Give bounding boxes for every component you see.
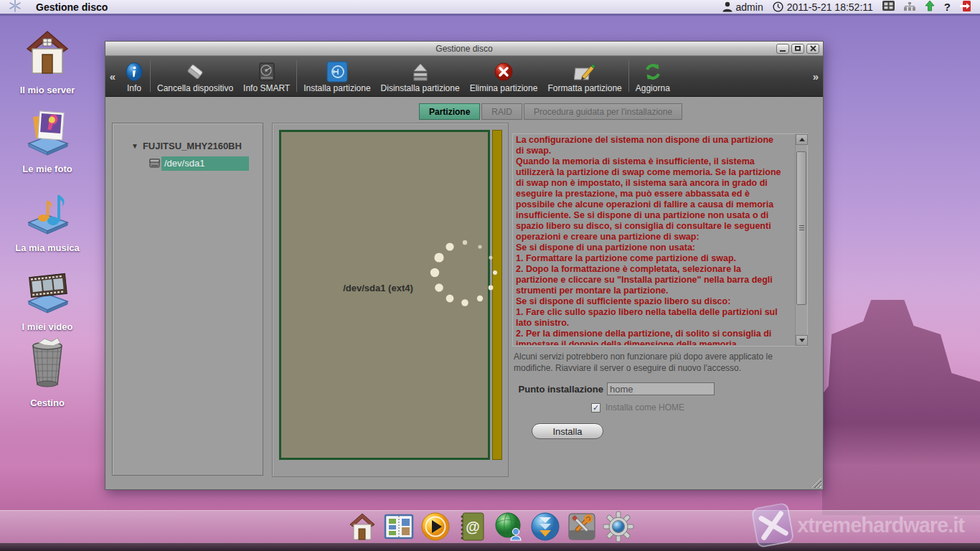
- tab-install-wizard[interactable]: Procedura guidata per l'installazione: [524, 103, 682, 120]
- toolbar-separator: [628, 60, 629, 92]
- smart-disk-icon: [258, 60, 276, 83]
- partition-block[interactable]: [279, 130, 490, 460]
- system-topbar: Gestione disco admin 2011-5-21 18:52:11 …: [0, 0, 980, 16]
- datetime-text: 2011-5-21 18:52:11: [787, 1, 873, 13]
- toolbar-separator: [296, 60, 297, 92]
- partition-detail-panel: La configurazione del sistema non dispon…: [512, 133, 809, 486]
- music-icon: [23, 185, 72, 237]
- watermark-text: xtremehardware.it: [797, 514, 964, 537]
- desktop-icon-my-videos[interactable]: I miei video: [7, 264, 88, 332]
- toolbar-expand-icon[interactable]: »: [809, 56, 823, 96]
- scroll-up-button[interactable]: [796, 134, 808, 145]
- view-grid-icon[interactable]: [882, 1, 895, 13]
- swap-warning-box: La configurazione del sistema non dispon…: [512, 133, 808, 347]
- device-name: FUJITSU_MHY2160BH: [143, 141, 242, 151]
- desktop-icon-label: Le mie foto: [7, 164, 88, 174]
- toolbar-erase-device[interactable]: Cancella dispositivo: [152, 56, 238, 96]
- mount-point-label: Punto installazione: [512, 384, 603, 395]
- partition-block-label: /dev/sda1 (ext4): [273, 283, 484, 293]
- toolbar-uninstall-partition[interactable]: Disinstalla partizione: [376, 56, 465, 96]
- taskbar-app-title: Gestione disco: [36, 1, 108, 13]
- install-as-home-checkbox[interactable]: ✓: [591, 403, 600, 413]
- clock: 2011-5-21 18:52:11: [773, 1, 873, 13]
- home-icon: [23, 27, 72, 79]
- videos-icon: [23, 264, 72, 316]
- tree-expander-icon[interactable]: ▼: [131, 142, 138, 150]
- device-tree-panel: ▼ FUJITSU_MHY2160BH /dev/sda1: [112, 123, 263, 476]
- minimize-button[interactable]: [776, 44, 789, 54]
- install-as-home-label: Installa come HOME: [606, 402, 684, 413]
- tab-partizione[interactable]: Partizione: [419, 103, 480, 120]
- desktop-icon-my-photos[interactable]: Le mie foto: [7, 106, 88, 174]
- disk-management-window: Gestione disco « Info Can: [105, 41, 824, 490]
- dock-chat-globe-icon[interactable]: [493, 511, 524, 542]
- window-toolbar: « Info Cancella dispositivo: [105, 56, 823, 97]
- toolbar-separator: [150, 60, 151, 92]
- disk-icon: [149, 158, 161, 169]
- trash-icon: [23, 334, 72, 392]
- watermark: xtremehardware.it: [754, 505, 964, 545]
- desktop-icon-label: La mia musica: [7, 242, 88, 253]
- dock-home-icon[interactable]: [347, 511, 378, 542]
- photos-icon: [23, 106, 72, 158]
- desktop-icon-my-server[interactable]: Il mio server: [7, 27, 88, 95]
- at-glyph: @: [466, 519, 480, 534]
- info-icon: [125, 60, 143, 83]
- desktop-icon-label: Il mio server: [7, 85, 88, 95]
- scroll-down-button[interactable]: [796, 335, 808, 346]
- close-button[interactable]: [806, 44, 819, 54]
- toolbar-format-partition[interactable]: Formatta partizione: [542, 56, 626, 96]
- toolbar-collapse-icon[interactable]: «: [105, 56, 120, 96]
- partition-name: /dev/sda1: [161, 156, 249, 171]
- network-status-icon[interactable]: [904, 1, 915, 13]
- partition-map-panel: /dev/sda1 (ext4): [272, 123, 509, 477]
- install-button[interactable]: Installa: [532, 423, 603, 439]
- toolbar-delete-partition[interactable]: Elimina partizione: [465, 56, 543, 96]
- tabbar: Partizione RAID Procedura guidata per l'…: [419, 103, 682, 120]
- install-partition-icon: [326, 60, 348, 83]
- desktop-icon-label: Cestino: [7, 397, 88, 408]
- desktop-icon-trash[interactable]: Cestino: [7, 334, 88, 408]
- mount-point-input[interactable]: [607, 382, 715, 395]
- mount-point-row: Punto installazione: [512, 382, 715, 395]
- toolbar-refresh[interactable]: Aggiorna: [631, 56, 675, 96]
- toolbar-smart-info[interactable]: Info SMART: [238, 56, 295, 96]
- system-logo-icon: [9, 0, 22, 15]
- swap-warning-text: La configurazione del sistema non dispon…: [516, 135, 783, 345]
- window-titlebar[interactable]: Gestione disco: [105, 42, 823, 56]
- user-menu[interactable]: admin: [722, 1, 763, 13]
- tab-raid[interactable]: RAID: [481, 103, 522, 120]
- format-pencil-icon: [574, 60, 595, 83]
- window-title: Gestione disco: [105, 44, 823, 54]
- eject-icon: [410, 60, 430, 83]
- user-icon: [722, 1, 732, 12]
- logout-icon[interactable]: [960, 1, 971, 14]
- toolbar-install-partition[interactable]: Installa partizione: [298, 56, 375, 96]
- service-restart-notice: Alcuni servizi potrebbero non funzionare…: [514, 351, 805, 374]
- toolbar-info[interactable]: Info: [120, 56, 149, 96]
- desktop-icon-my-music[interactable]: La mia musica: [7, 185, 88, 253]
- delete-icon: [494, 60, 514, 83]
- tree-device-row[interactable]: ▼ FUJITSU_MHY2160BH: [131, 141, 263, 151]
- window-resize-grip[interactable]: [811, 477, 821, 488]
- tree-partition-row[interactable]: /dev/sda1: [149, 156, 263, 171]
- clock-icon: [773, 1, 783, 12]
- desktop-icon-label: I miei video: [7, 321, 88, 332]
- watermark-logo-icon: [751, 502, 795, 548]
- upload-arrow-icon[interactable]: [925, 1, 935, 14]
- dock-tools-icon[interactable]: [566, 511, 598, 542]
- dock-settings-gear-icon[interactable]: [603, 511, 634, 542]
- dock-photo-album-icon[interactable]: [383, 511, 415, 542]
- install-as-home-row: ✓ Installa come HOME: [591, 402, 684, 413]
- maximize-button[interactable]: [791, 44, 804, 54]
- eraser-icon: [184, 60, 206, 83]
- refresh-icon: [643, 60, 663, 83]
- scrollbar-thumb[interactable]: [796, 151, 806, 305]
- dock-download-icon[interactable]: [529, 511, 561, 542]
- dock-media-player-icon[interactable]: [420, 511, 451, 542]
- scrollbar[interactable]: [795, 134, 807, 346]
- free-space-strip[interactable]: [492, 130, 502, 460]
- dock-contacts-icon[interactable]: @: [456, 511, 488, 542]
- user-name: admin: [736, 1, 763, 13]
- help-icon[interactable]: ?: [944, 1, 951, 13]
